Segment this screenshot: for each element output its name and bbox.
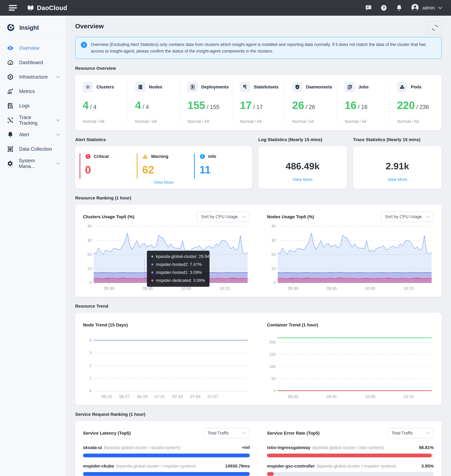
clusters-icon xyxy=(83,82,93,92)
chevron-down-icon xyxy=(438,6,442,9)
service-latency-panel: Service Latency (Top5) Total Traffic sko… xyxy=(83,428,250,476)
container-trend-plot[interactable]: 05010015020009:3009:4510:0010:15 xyxy=(267,332,434,400)
resource-statefulsets: Statefulsets 17/ 17 Normal / All xyxy=(232,82,285,124)
daemonsets-icon xyxy=(292,82,302,92)
node-trend-plot[interactable]: 0123406-2506-2706-2907-0107-0307-0507-07 xyxy=(83,332,250,400)
total-count: / 4 xyxy=(90,104,96,110)
nodes-usage-plot[interactable]: 01020304009:3009:4510:0010:15 xyxy=(267,223,434,292)
banner-text: Overview (Excluding Alert Statistics) on… xyxy=(91,41,436,55)
error-traffic-select[interactable]: Total Traffic xyxy=(388,428,434,438)
latency-traffic-select[interactable]: Total Traffic xyxy=(203,428,250,438)
svg-text:10:15: 10:15 xyxy=(403,394,414,399)
container-trend-title: Container Trend (1 hour) xyxy=(267,322,318,328)
refresh-button[interactable] xyxy=(428,21,442,34)
page-title: Overview xyxy=(75,21,104,30)
sidebar-header: Insight xyxy=(0,21,66,38)
svg-text:30: 30 xyxy=(271,238,276,243)
svg-text:?: ? xyxy=(382,6,385,10)
sidebar-item-overview[interactable]: Overview xyxy=(0,41,66,55)
sidebar-item-metrics[interactable]: Metrics xyxy=(0,84,66,99)
clusters-sort-select[interactable]: Sort by CPU Usage xyxy=(197,212,250,222)
sidebar-item-infrastructure[interactable]: Infrastructure xyxy=(0,70,66,84)
svg-text:10:15: 10:15 xyxy=(219,286,230,291)
chevron-down-icon xyxy=(242,216,246,218)
alert-critical: Critical 0 xyxy=(80,154,133,179)
alert-view-more-link[interactable]: View More xyxy=(80,180,248,185)
alert-statistics-section: Alert Statistics Critical 0 xyxy=(75,137,252,189)
section-trace-statistics: Trace Statistics (Nearly 15 mins) xyxy=(353,137,442,142)
log-search-icon xyxy=(7,102,14,109)
daocloud-logo-icon xyxy=(27,4,34,12)
section-service-ranking: Service Request Ranking (1 hour) xyxy=(75,412,442,417)
metrics-icon xyxy=(7,88,14,95)
gauge-icon xyxy=(7,59,14,66)
chevron-down-icon xyxy=(56,162,60,165)
bell-icon[interactable] xyxy=(396,4,403,11)
brand[interactable]: DaoCloud xyxy=(27,4,67,12)
hexagon-icon xyxy=(7,74,14,80)
svg-text:10:00: 10:00 xyxy=(365,286,375,291)
critical-icon xyxy=(85,154,91,160)
svg-text:20: 20 xyxy=(271,252,276,257)
log-statistics-section: Log Statistics (Nearly 15 mins) 486.49k … xyxy=(258,137,347,189)
nodes-sort-select[interactable]: Sort by CPU Usage xyxy=(381,212,434,222)
trace-icon xyxy=(7,117,14,124)
svg-text:09:45: 09:45 xyxy=(326,394,337,399)
svg-text:2: 2 xyxy=(89,363,92,368)
jobs-icon xyxy=(345,82,355,92)
section-resource-ranking: Resource Ranking (1 hour) xyxy=(75,195,442,200)
trace-view-more-link[interactable]: View More xyxy=(388,177,407,182)
trace-count: 2.91k xyxy=(386,161,409,172)
svg-text:10: 10 xyxy=(271,266,276,271)
sidebar-item-system-management[interactable]: System Mana... xyxy=(0,156,66,171)
svg-text:10:15: 10:15 xyxy=(403,286,414,291)
svg-text:40: 40 xyxy=(271,224,276,228)
error-row: mspider-gsc-controller(kpanda-global-clu… xyxy=(267,464,434,476)
svg-text:20: 20 xyxy=(87,252,92,257)
container-trend-chart: Container Trend (1 hour) 05010015020009:… xyxy=(267,319,434,400)
svg-text:0: 0 xyxy=(273,280,276,285)
warning-count: 62 xyxy=(142,164,190,176)
pods-icon xyxy=(397,82,407,92)
sidebar-item-data-collection[interactable]: Data Collection xyxy=(0,142,66,156)
info-banner: i Overview (Excluding Alert Statistics) … xyxy=(75,37,442,59)
svg-text:50: 50 xyxy=(271,376,276,381)
username: admin xyxy=(422,5,435,11)
warning-icon xyxy=(142,154,148,160)
resource-deployments: Deployments 155/ 155 Normal / All xyxy=(180,82,232,124)
svg-text:200: 200 xyxy=(269,340,276,344)
svg-text:3: 3 xyxy=(89,350,92,355)
svg-text:09:30: 09:30 xyxy=(288,286,298,291)
sidebar-item-logs[interactable]: Logs xyxy=(0,99,66,113)
bell-icon xyxy=(7,131,14,138)
menu-toggle-icon[interactable] xyxy=(9,5,17,11)
statefulsets-icon xyxy=(240,82,250,92)
sidebar-item-trace-tracking[interactable]: Trace Tracking xyxy=(0,113,66,128)
svg-text:10: 10 xyxy=(87,266,92,271)
svg-text:40: 40 xyxy=(87,224,92,228)
normal-count: 4 xyxy=(83,99,89,111)
resource-trend-card: Node Trend (15 Days) 0123406-2506-2706-2… xyxy=(75,313,442,405)
user-menu[interactable]: admin xyxy=(411,4,442,12)
trace-statistics-card: 2.91k View More xyxy=(353,146,442,189)
chart-tooltip: kpanda-global-cluster: 29.94% mspider-ho… xyxy=(147,251,210,287)
message-icon[interactable] xyxy=(365,4,372,11)
resource-jobs: Jobs 16/ 16 Normal / All xyxy=(337,82,389,124)
clusters-chart-title: Clusters Usage Top5 (%) xyxy=(83,214,134,219)
sidebar-item-alert[interactable]: Alert xyxy=(0,128,66,142)
section-resource-overview: Resource Overview xyxy=(75,66,442,71)
alert-statistics-card: Critical 0 Warning 62 xyxy=(75,146,252,189)
chevron-down-icon xyxy=(56,76,60,78)
svg-text:30: 30 xyxy=(87,238,92,243)
service-ranking-card: Service Latency (Top5) Total Traffic sko… xyxy=(75,421,442,476)
node-trend-title: Node Trend (15 Days) xyxy=(83,322,128,328)
gear-icon xyxy=(7,160,13,167)
clusters-usage-chart: Clusters Usage Top5 (%) Sort by CPU Usag… xyxy=(83,211,250,292)
help-icon[interactable]: ? xyxy=(380,4,387,11)
log-view-more-link[interactable]: View More xyxy=(293,177,313,182)
svg-text:0: 0 xyxy=(89,388,92,393)
sidebar-item-dashboard[interactable]: Dashboard xyxy=(0,55,66,70)
svg-text:07-03: 07-03 xyxy=(172,394,183,399)
resource-clusters: Clusters 4/ 4 Normal / All xyxy=(75,82,127,124)
resource-overview-card: Clusters 4/ 4 Normal / All Nodes 4/ 4 No… xyxy=(75,75,442,130)
